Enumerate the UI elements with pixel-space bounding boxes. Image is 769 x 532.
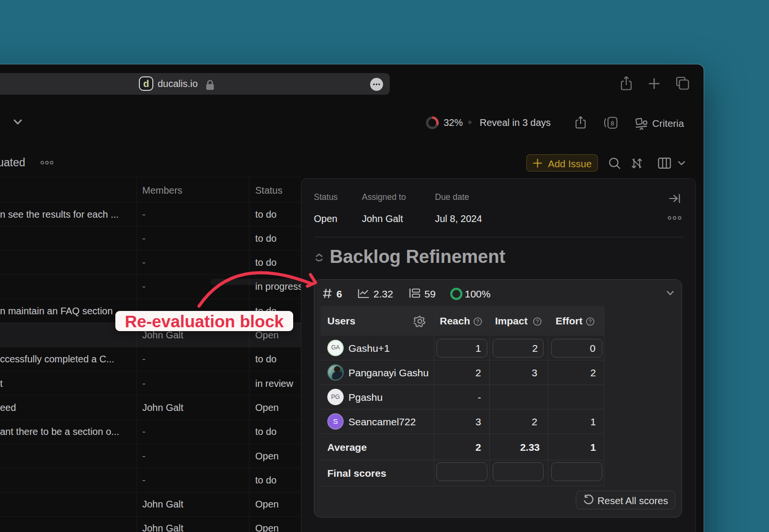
svg-text:8: 8 xyxy=(611,120,614,127)
svg-text:?: ? xyxy=(589,319,592,324)
svg-text:?: ? xyxy=(536,319,539,324)
svg-text:?: ? xyxy=(476,319,479,324)
